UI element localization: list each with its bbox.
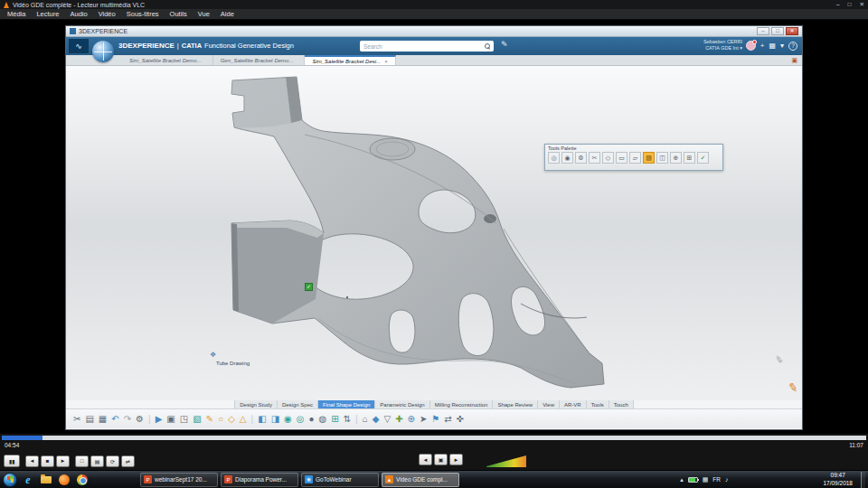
user-avatar[interactable] bbox=[746, 41, 756, 51]
3d-compass-icon[interactable] bbox=[92, 41, 114, 62]
volume-slider[interactable] bbox=[486, 455, 526, 467]
toolbar-icon[interactable]: ⚙ bbox=[136, 415, 144, 424]
vlc-menu-item[interactable]: Aide bbox=[215, 10, 240, 18]
toolbar-icon[interactable]: ✜ bbox=[457, 415, 464, 424]
quicklaunch-folder[interactable] bbox=[39, 473, 53, 487]
checkpoint-marker[interactable]: ✓ bbox=[305, 283, 313, 291]
toolbar-icon[interactable]: ↷ bbox=[124, 415, 131, 424]
view-control-button[interactable]: ⟳ bbox=[106, 455, 119, 467]
toolbar-icon[interactable]: ◎ bbox=[297, 415, 305, 424]
workbench-tab[interactable]: Shape Review bbox=[493, 400, 538, 408]
toolbar-icon[interactable]: ✂ bbox=[73, 415, 80, 424]
workbench-tab[interactable]: Design Study bbox=[234, 400, 278, 408]
toolbar-icon[interactable]: | bbox=[355, 415, 358, 424]
toolbar-icon[interactable]: | bbox=[251, 415, 254, 424]
workbench-tab[interactable]: Milling Reconstruction bbox=[430, 400, 494, 408]
palette-tool-icon[interactable]: ◎ bbox=[548, 152, 560, 164]
workbench-tab[interactable]: Final Shape Design bbox=[318, 400, 375, 408]
toolbar-icon[interactable]: △ bbox=[240, 415, 247, 424]
ab-loop-button[interactable]: ▣ bbox=[434, 454, 448, 465]
palette-tool-icon[interactable]: ◫ bbox=[656, 152, 668, 164]
workbench-tab[interactable]: Touch bbox=[609, 400, 634, 408]
toolbar-icon[interactable]: ➤ bbox=[420, 415, 427, 424]
share-icon[interactable]: ✎ bbox=[501, 40, 508, 49]
palette-tool-icon[interactable]: ▱ bbox=[629, 152, 641, 164]
toolbar-icon[interactable]: ▦ bbox=[99, 415, 107, 424]
battery-icon[interactable] bbox=[688, 477, 698, 483]
toolbar-icon[interactable]: ⊕ bbox=[408, 415, 415, 424]
taskbar-item[interactable]: P Diaporama Power... bbox=[221, 473, 298, 487]
vlc-menu-item[interactable]: Audio bbox=[64, 10, 92, 18]
workbench-tab[interactable]: Parametric Design bbox=[375, 400, 429, 408]
toolbar-icon[interactable]: ▧ bbox=[193, 415, 201, 424]
annotation-icon[interactable]: ❖ bbox=[210, 351, 216, 359]
clock[interactable]: 09:47 17/09/2018 bbox=[823, 472, 853, 486]
vlc-menu-item[interactable]: Média bbox=[2, 10, 31, 18]
toolbar-icon[interactable]: ◨ bbox=[271, 415, 279, 424]
toolbar-icon[interactable]: ▽ bbox=[383, 415, 391, 424]
vlc-menu-item[interactable]: Vue bbox=[193, 10, 215, 18]
toolbar-icon[interactable]: ◉ bbox=[284, 415, 292, 424]
toolbar-icon[interactable]: ⌂ bbox=[363, 415, 368, 424]
toolbar-icon[interactable]: ⇅ bbox=[344, 415, 351, 424]
view-control-button[interactable]: □ bbox=[75, 455, 89, 467]
transport-button[interactable]: ► bbox=[56, 455, 70, 467]
vlc-menu-item[interactable]: Lecture bbox=[31, 10, 64, 18]
taskbar-item[interactable]: ▲ Video GDE compl... bbox=[382, 473, 459, 487]
quicklaunch-browser[interactable] bbox=[57, 473, 71, 487]
workbench-tab[interactable]: Design Spec bbox=[278, 400, 318, 408]
workbench-tab[interactable]: AR-VR bbox=[560, 400, 587, 408]
transport-button[interactable]: ◄ bbox=[25, 455, 39, 467]
palette-tool-icon[interactable]: ◇ bbox=[602, 152, 614, 164]
palette-tool-icon[interactable]: ⊕ bbox=[670, 152, 682, 164]
apps-grid-icon[interactable]: ▦ bbox=[769, 42, 776, 50]
app-close-button[interactable]: ✕ bbox=[786, 27, 798, 35]
vlc-menu-item[interactable]: Outils bbox=[165, 10, 193, 18]
toolbar-icon[interactable]: ▤ bbox=[85, 415, 93, 424]
add-button[interactable]: + bbox=[760, 42, 765, 50]
vlc-maximize-button[interactable]: □ bbox=[848, 1, 852, 8]
vlc-minimize-button[interactable]: – bbox=[836, 1, 840, 8]
viewport-3d[interactable]: Tools Palette ◎◉⚙✂◇▭▱▨◫⊕⊞✓ ❖ Tube Drawin… bbox=[66, 66, 802, 400]
expand-icon[interactable]: ▣ bbox=[791, 57, 797, 64]
search-input[interactable] bbox=[363, 43, 482, 50]
bracket-model[interactable] bbox=[202, 71, 618, 393]
document-tab[interactable]: Sim_Satellite Bracket Demo... bbox=[122, 55, 213, 65]
vlc-close-button[interactable]: ✕ bbox=[860, 1, 864, 8]
start-button[interactable] bbox=[3, 473, 17, 487]
taskbar-item[interactable]: ❋ GoToWebinar bbox=[301, 473, 379, 487]
toolbar-icon[interactable]: ⊞ bbox=[331, 415, 338, 424]
seek-bar[interactable] bbox=[2, 436, 866, 440]
language-indicator[interactable]: FR bbox=[712, 476, 721, 483]
toolbar-icon[interactable]: ◍ bbox=[319, 415, 327, 424]
toolbar-icon[interactable]: ● bbox=[309, 415, 315, 424]
tray-app-icon[interactable]: ▦ bbox=[703, 476, 709, 483]
user-info[interactable]: Sebastien CERRI CATIA GDE Int ▾ bbox=[703, 39, 742, 52]
view-control-button[interactable]: ▤ bbox=[90, 455, 104, 467]
search-box[interactable] bbox=[360, 41, 494, 52]
transport-button[interactable]: ■ bbox=[41, 455, 54, 467]
palette-tool-icon[interactable]: ⊞ bbox=[684, 152, 695, 164]
view-control-button[interactable]: ⇄ bbox=[121, 455, 135, 467]
toolbar-icon[interactable]: ⇄ bbox=[444, 415, 451, 424]
palette-tool-icon[interactable]: ⚙ bbox=[575, 152, 587, 164]
document-tab[interactable]: Gen_Satellite Bracket Demo... bbox=[213, 55, 306, 65]
toolbar-icon[interactable]: ↶ bbox=[111, 415, 118, 424]
workbench-tab[interactable]: Tools bbox=[587, 400, 609, 408]
toolbar-icon[interactable]: ○ bbox=[218, 415, 223, 424]
toolbar-icon[interactable]: ◳ bbox=[180, 415, 188, 424]
palette-tool-icon[interactable]: ▭ bbox=[616, 152, 627, 164]
palette-tool-icon[interactable]: ▨ bbox=[643, 152, 655, 164]
quicklaunch-chrome[interactable] bbox=[75, 473, 90, 487]
tab-close-icon[interactable]: × bbox=[384, 59, 388, 64]
video-area[interactable]: 3DEXPERIENCE – □ ✕ ∿ 3DEXPERIENCE | CATI… bbox=[0, 20, 868, 434]
ab-loop-button[interactable]: ► bbox=[449, 454, 463, 465]
palette-tool-icon[interactable]: ✓ bbox=[697, 152, 709, 164]
app-maximize-button[interactable]: □ bbox=[771, 27, 784, 35]
document-tab[interactable]: Sim_Satellite Bracket Desi... × bbox=[305, 55, 395, 65]
toolbar-icon[interactable]: ▶ bbox=[156, 415, 163, 424]
app-minimize-button[interactable]: – bbox=[757, 27, 769, 35]
toolbar-icon[interactable]: ▣ bbox=[166, 415, 175, 424]
toolbar-icon[interactable]: ◇ bbox=[228, 415, 235, 424]
ab-loop-button[interactable]: ◄ bbox=[419, 454, 432, 465]
